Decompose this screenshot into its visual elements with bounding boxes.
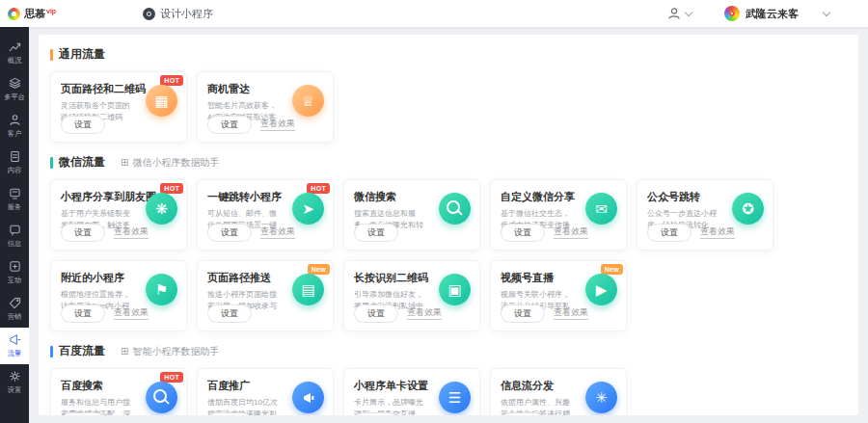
chart-icon [9,40,21,53]
setup-button[interactable]: 设置 [61,412,105,415]
sidebar-item-multiplatform[interactable]: 多平台 [0,71,29,108]
setup-button[interactable]: 设置 [61,304,105,323]
section-title: 微信流量 [59,154,105,171]
megaphone-icon [9,333,21,346]
qr-scan-icon: ▣ [439,274,471,305]
section-bar [50,157,53,169]
setup-button[interactable]: 设置 [647,224,692,242]
sidebar-item-content[interactable]: 内容 [0,145,29,181]
qr-scan-glyph: ▣ [448,281,461,299]
sidebar-nav: 概况 多平台 客户 内容 服务 信息 互动 营销 流量 设置 [0,27,29,423]
setup-button[interactable]: 设置 [501,304,545,323]
helper-link-label: 智能小程序数据助手 [132,345,219,358]
logo-ring-icon [8,8,20,20]
megaphone-glyph [302,391,315,405]
card-feed-distribution: 信息流分发 依据用户属性、兴趣等个性化标签进行精准分发 ✳ 设置 查看效果 [490,368,627,415]
setup-button[interactable]: 设置 [354,224,398,242]
location-glyph: ⚑ [155,281,168,299]
card-share-to-moments: HOT 小程序分享到朋友圈 基于用户关系链裂变发到朋友圈，触达更多更广客户 ❋ … [50,179,187,251]
account-logo-icon [724,6,740,21]
sidebar-item-overview[interactable]: 概况 [0,35,29,71]
section-bar [50,49,53,61]
setup-button[interactable]: 设置 [207,304,252,323]
page-push-glyph: ▤ [301,281,314,299]
setup-button[interactable]: 设置 [354,304,398,323]
person-icon [9,114,21,126]
view-effect-link[interactable]: 查看效果 [260,226,295,239]
setup-button[interactable]: 设置 [207,412,252,415]
sidebar-item-customers[interactable]: 客户 [0,108,29,145]
nav-design-miniprogram[interactable]: 设计小程序 [143,7,213,21]
baidu-search-icon [146,382,177,413]
sidebar-item-interaction[interactable]: 互动 [0,254,29,291]
view-effect-link[interactable]: 查看效果 [554,226,588,239]
section-general-traffic: 通用流量 HOT 页面路径和二维码 灵活获取各个页面的路径链接和二维码 ▦ 设置… [50,46,847,143]
jump-arrow-icon: ➤ [292,193,324,225]
card-wechat-search: 微信搜索 搜索直达信息和服务，更有效曝光和转化 设置 [343,179,480,251]
card-one-click-jump: HOT 一键跳转小程序 可从短信、邮件、微信外网页等场景一键跳转至小程序 ➤ 设… [197,179,334,251]
service-icon [9,187,21,199]
setup-button[interactable]: 设置 [61,116,105,134]
interaction-icon [9,260,21,273]
distribution-icon: ✳ [585,382,617,413]
video-live-icon: ▶ [585,274,617,305]
magnifier-glyph [447,200,460,214]
content-panel: 通用流量 HOT 页面路径和二维码 灵活获取各个页面的路径链接和二维码 ▦ 设置… [39,35,858,415]
moments-share-icon: ❋ [146,193,177,225]
card-longpress-qrcode: 长按识别二维码 引导添加微信好友，将用户引流到私域中 ▣ 设置 查看效果 [343,260,480,331]
gear-icon [9,370,21,383]
setup-button[interactable]: 设置 [207,116,252,134]
section-baidu-traffic: 百度流量 ⊞ 智能小程序数据助手 HOT 百度搜索 服务和信息与用户搜索需求精准… [50,343,847,415]
sidebar-item-traffic[interactable]: 流量 [0,328,29,364]
view-effect-link[interactable]: 查看效果 [114,226,149,239]
wechat-data-assistant-link[interactable]: ⊞ 微信小程序数据助手 [121,156,219,170]
official-glyph: ✪ [742,200,754,218]
envelope-glyph: ✉ [595,200,608,218]
app-logo: 思慕 vip [0,7,114,21]
setup-button[interactable]: 设置 [207,224,252,242]
view-effect-link[interactable]: 查看效果 [554,307,588,320]
qr-code-icon: ▦ [146,85,177,117]
logo-text: 思慕 [24,7,45,21]
trophy-icon: ♕ [292,85,324,117]
view-effect-link[interactable]: 查看效果 [700,226,735,239]
view-effect-link[interactable]: 查看效果 [260,119,295,131]
card-page-path-qrcode: HOT 页面路径和二维码 灵活获取各个页面的路径链接和二维码 ▦ 设置 [50,71,187,143]
setup-button[interactable]: 设置 [501,412,545,415]
smart-data-assistant-link[interactable]: ⊞ 智能小程序数据助手 [121,345,219,358]
page-push-icon: ▤ [292,274,324,305]
sidebar-item-messages[interactable]: 信息 [0,218,29,254]
logo-vip-badge: vip [46,8,56,14]
sidebar-item-marketing[interactable]: 营销 [0,291,29,328]
user-icon [667,7,681,20]
qr-glyph: ▦ [154,93,168,110]
setup-button[interactable]: 设置 [354,412,398,415]
distribute-glyph: ✳ [595,389,608,407]
search-icon [439,193,471,225]
card-custom-wechat-share: 自定义微信分享 基于微信社交生态，低成本快速裂变传播 ✉ 设置 查看效果 [490,179,627,251]
wechat-bubble-icon: ✉ [585,193,617,225]
view-effect-link[interactable]: 查看效果 [407,307,442,320]
message-icon [9,224,21,236]
setup-button[interactable]: 设置 [61,224,105,242]
card-list-icon: ☰ [439,382,471,413]
trophy-glyph: ♕ [302,93,314,110]
section-bar [50,346,53,357]
sidebar-item-settings[interactable]: 设置 [0,364,29,401]
card-business-radar: 商机雷达 智能名片高效获客，AI雷达实时获取访客行为轨迹 ♕ 设置 查看效果 [197,71,334,143]
card-baidu-promotion: 百度推广 借助百度日均10亿次搜索请求快速曝光和引流 设置 [197,368,334,415]
view-effect-link[interactable]: 查看效果 [114,307,149,320]
layers-icon [9,77,21,90]
card-video-live: New 视频号直播 视频号关联小程序，流量从公域引导至私域 ▶ 设置 查看效果 [490,260,627,331]
jump-glyph: ➤ [302,200,314,218]
sidebar-item-services[interactable]: 服务 [0,181,29,218]
grid-icon: ⊞ [121,157,128,168]
user-menu[interactable] [667,7,692,20]
magnifier-glyph [153,389,167,403]
chevron-down-icon [685,9,692,16]
main-content: 通用流量 HOT 页面路径和二维码 灵活获取各个页面的路径链接和二维码 ▦ 设置… [29,27,868,423]
video-glyph: ▶ [596,281,608,299]
account-switcher[interactable]: 武隆云来客 [724,6,829,21]
grid-icon: ⊞ [121,346,128,357]
setup-button[interactable]: 设置 [501,224,545,242]
